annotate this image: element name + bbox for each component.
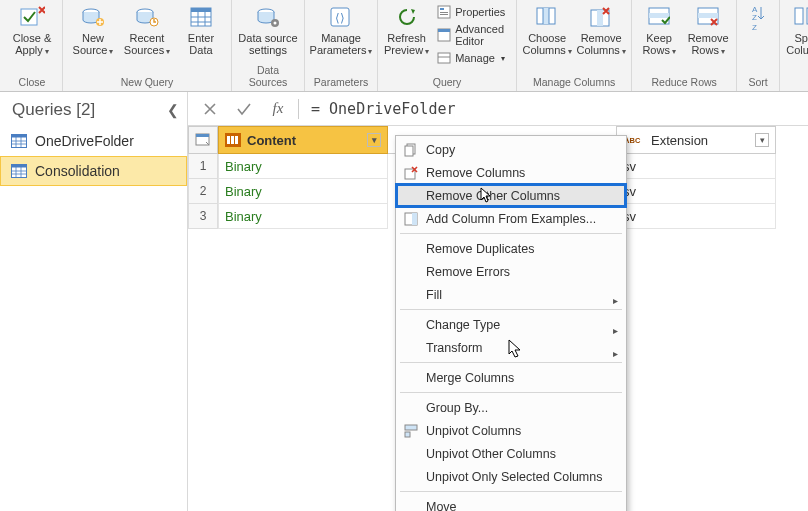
column-header-extension[interactable]: ABC Extension ▾ <box>616 126 776 154</box>
svg-rect-52 <box>196 134 209 137</box>
split-icon <box>791 4 808 30</box>
query-item-consolidation[interactable]: Consolidation <box>0 156 187 186</box>
query-item-onedrivefolder[interactable]: OneDriveFolder <box>0 126 187 156</box>
enter-data-label: Enter Data <box>188 32 214 56</box>
menu-item-unpivot-only-selected-columns[interactable]: Unpivot Only Selected Columns <box>396 465 626 488</box>
menu-item-label: Change Type <box>426 318 500 332</box>
menu-item-fill[interactable]: Fill <box>396 283 626 306</box>
copy-icon <box>402 143 420 157</box>
column-header-content[interactable]: Content ▾ <box>218 126 388 154</box>
menu-item-copy[interactable]: Copy <box>396 138 626 161</box>
menu-item-group-by[interactable]: Group By... <box>396 396 626 419</box>
column-filter-content-icon[interactable]: ▾ <box>367 133 381 147</box>
ribbon-group-manage-columns: Choose Columns Remove Columns Manage Col… <box>517 0 632 91</box>
row-number[interactable]: 3 <box>188 204 218 229</box>
manage-parameters-button[interactable]: ⟨⟩ Manage Parameters <box>311 2 371 57</box>
recent-sources-icon <box>133 4 161 30</box>
menu-item-unpivot-columns[interactable]: Unpivot Columns <box>396 419 626 442</box>
menu-item-remove-columns[interactable]: Remove Columns <box>396 161 626 184</box>
advanced-editor-label: Advanced Editor <box>455 23 508 47</box>
choose-columns-button[interactable]: Choose Columns <box>523 2 571 57</box>
svg-text:Z: Z <box>752 23 757 31</box>
group-label-query: Query <box>433 74 462 91</box>
svg-rect-61 <box>412 213 417 225</box>
enter-data-button[interactable]: Enter Data <box>177 2 225 56</box>
menu-item-remove-other-columns[interactable]: Remove Other Columns <box>396 184 626 207</box>
svg-rect-62 <box>405 425 417 430</box>
svg-point-13 <box>274 22 277 25</box>
row-number[interactable]: 1 <box>188 154 218 179</box>
menu-item-label: Remove Errors <box>426 265 510 279</box>
formula-value[interactable]: = OneDriveFolder <box>305 100 456 118</box>
close-apply-icon <box>18 4 46 30</box>
column-filter-extension-icon[interactable]: ▾ <box>755 133 769 147</box>
recent-sources-label: Recent Sources <box>124 32 165 56</box>
menu-item-label: Group By... <box>426 401 488 415</box>
svg-rect-17 <box>440 8 444 10</box>
close-apply-button[interactable]: Close & Apply <box>8 2 56 57</box>
menu-item-move[interactable]: Move <box>396 495 626 511</box>
sort-icon: AZZ <box>744 4 772 30</box>
menu-item-unpivot-other-columns[interactable]: Unpivot Other Columns <box>396 442 626 465</box>
data-source-label: Data source settings <box>238 32 297 56</box>
choose-columns-label: Choose Columns <box>522 32 566 56</box>
svg-rect-55 <box>231 136 234 144</box>
remove-rows-button[interactable]: Remove Rows <box>686 2 730 57</box>
svg-rect-46 <box>12 165 27 168</box>
ribbon-group-split: Split Column <box>780 0 808 91</box>
svg-rect-40 <box>12 135 27 138</box>
menu-item-merge-columns[interactable]: Merge Columns <box>396 366 626 389</box>
query-item-label: OneDriveFolder <box>35 133 134 149</box>
query-item-label: Consolidation <box>35 163 120 179</box>
group-label-parameters: Parameters <box>314 74 368 91</box>
refresh-icon <box>393 4 421 30</box>
menu-item-add-column-from-examples[interactable]: Add Column From Examples... <box>396 207 626 230</box>
manage-parameters-label: Manage Parameters <box>310 32 367 56</box>
keep-rows-button[interactable]: Keep Rows <box>638 2 680 57</box>
table-icon <box>11 164 27 178</box>
advanced-editor-button[interactable]: Advanced Editor <box>435 22 510 48</box>
keep-rows-label: Keep Rows <box>642 32 672 56</box>
svg-rect-37 <box>795 8 803 24</box>
group-label-new-query: New Query <box>121 74 174 91</box>
data-source-settings-button[interactable]: Data source settings <box>238 2 298 56</box>
menu-item-label: Add Column From Examples... <box>426 212 596 226</box>
row-number[interactable]: 2 <box>188 179 218 204</box>
menu-item-change-type[interactable]: Change Type <box>396 313 626 336</box>
svg-rect-33 <box>698 13 718 18</box>
formula-bar: fx = OneDriveFolder <box>188 92 808 126</box>
refresh-preview-button[interactable]: Refresh Preview <box>384 2 429 57</box>
menu-item-remove-errors[interactable]: Remove Errors <box>396 260 626 283</box>
split-column-button[interactable]: Split Column <box>786 2 808 56</box>
group-label-sort: Sort <box>749 74 768 91</box>
cell-content[interactable]: Binary <box>218 154 388 179</box>
select-all-cell[interactable] <box>188 126 218 154</box>
collapse-queries-icon[interactable]: ❮ <box>167 102 179 118</box>
menu-item-label: Remove Columns <box>426 166 525 180</box>
remove-columns-button[interactable]: Remove Columns <box>577 2 625 57</box>
cell-content[interactable]: Binary <box>218 179 388 204</box>
refresh-label: Refresh Preview <box>384 32 426 56</box>
fx-button[interactable]: fx <box>264 97 292 121</box>
sort-button[interactable]: AZZ <box>743 2 773 30</box>
formula-confirm-button[interactable] <box>230 97 258 121</box>
svg-rect-56 <box>235 136 238 144</box>
cell-content[interactable]: Binary <box>218 204 388 229</box>
ribbon-group-reduce-rows: Keep Rows Remove Rows Reduce Rows <box>632 0 737 91</box>
queries-title: Queries [2] <box>12 100 95 120</box>
cell-extension[interactable]: sv <box>616 204 776 229</box>
cell-extension[interactable]: sv <box>616 179 776 204</box>
new-source-button[interactable]: New Source <box>69 2 117 57</box>
cell-extension[interactable]: sv <box>616 154 776 179</box>
menu-item-transform[interactable]: Transform <box>396 336 626 359</box>
ribbon-group-close: Close & Apply Close <box>2 0 63 91</box>
menu-item-remove-duplicates[interactable]: Remove Duplicates <box>396 237 626 260</box>
recent-sources-button[interactable]: Recent Sources <box>123 2 171 57</box>
formula-cancel-button[interactable] <box>196 97 224 121</box>
menu-item-label: Move <box>426 500 457 512</box>
properties-button[interactable]: Properties <box>435 4 510 20</box>
manage-button[interactable]: Manage▾ <box>435 50 510 66</box>
table-icon <box>11 134 27 148</box>
group-label-close: Close <box>19 74 46 91</box>
context-menu: CopyRemove ColumnsRemove Other ColumnsAd… <box>395 135 627 511</box>
